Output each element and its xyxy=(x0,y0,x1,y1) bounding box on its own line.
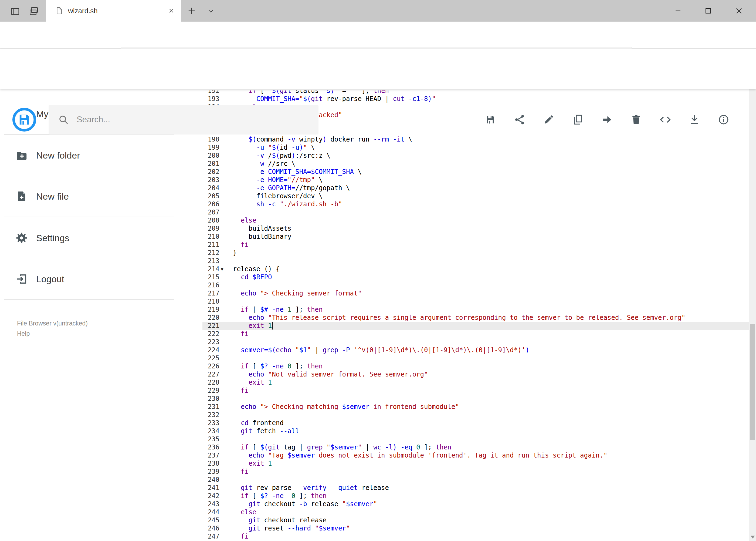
scroll-down-arrow[interactable] xyxy=(751,536,755,539)
code-line[interactable]: 231 echo "> Checking matching $semver in… xyxy=(202,403,749,411)
code-line[interactable]: 192 if [ "$(git status -s)" = "" ]; then xyxy=(202,91,749,95)
code-line[interactable]: 199 -u "$(id -u)" \ xyxy=(202,144,749,152)
sidebar-divider xyxy=(4,217,174,217)
code-text: exit 1 xyxy=(233,378,272,386)
code-text: fi xyxy=(233,386,249,395)
minimize-icon xyxy=(674,6,682,15)
code-line[interactable]: 219 if [ $# -ne 1 ]; then xyxy=(202,305,749,313)
window-close-button[interactable] xyxy=(727,0,751,22)
code-line[interactable]: 246 git reset --hard "$semver" xyxy=(202,524,749,532)
save-button[interactable] xyxy=(482,111,499,128)
code-line[interactable]: 224 semver=$(echo "$1" | grep -P '^v(0|[… xyxy=(202,346,749,354)
code-view-button[interactable] xyxy=(657,111,674,128)
code-line[interactable]: 241 git rev-parse --verify --quiet relea… xyxy=(202,484,749,492)
tabs-preview-button[interactable] xyxy=(28,5,40,17)
share-button[interactable] xyxy=(511,111,528,128)
sidebar-item-new-file[interactable]: New file xyxy=(0,185,189,208)
code-line[interactable]: 193 COMMIT_SHA="$(git rev-parse HEAD | c… xyxy=(202,95,749,103)
download-button[interactable] xyxy=(686,111,703,128)
code-text: cd frontend xyxy=(233,419,284,427)
fold-marker-icon[interactable]: ▾ xyxy=(221,265,227,273)
line-number: 240 xyxy=(202,476,219,484)
code-line[interactable]: 204 -e GOPATH=//tmp/gopath \ xyxy=(202,184,749,192)
code-line[interactable]: 229 fi xyxy=(202,386,749,395)
new-tab-button[interactable] xyxy=(187,6,196,16)
code-line[interactable]: 226 if [ $? -ne 0 ]; then xyxy=(202,362,749,370)
gear-icon xyxy=(15,232,28,244)
show-tab-previews-button[interactable] xyxy=(207,7,215,15)
code-line[interactable]: 230 xyxy=(202,395,749,403)
sidebar-item-logout[interactable]: Logout xyxy=(0,268,189,290)
page-icon xyxy=(55,7,63,15)
code-line[interactable]: 240 xyxy=(202,476,749,484)
code-line[interactable]: 242 if [ $? -ne 0 ]; then xyxy=(202,492,749,500)
code-line[interactable]: 223 xyxy=(202,338,749,346)
maximize-button[interactable] xyxy=(697,0,720,22)
code-line[interactable]: 239 fi xyxy=(202,467,749,476)
code-line[interactable]: 202 -e COMMIT_SHA=$COMMIT_SHA \ xyxy=(202,168,749,176)
code-line[interactable]: 206 sh -c "./wizard.sh -b" xyxy=(202,200,749,208)
code-line[interactable]: 245 git checkout release xyxy=(202,516,749,524)
code-line[interactable]: 238 exit 1 xyxy=(202,459,749,467)
code-line[interactable]: 211 fi xyxy=(202,241,749,249)
code-line[interactable]: 200 -v /$(pwd):/src:z \ xyxy=(202,152,749,160)
sidebar-item-label: New file xyxy=(36,191,69,202)
code-editor[interactable]: 192 if [ "$(git status -s)" = "" ]; then… xyxy=(202,91,749,541)
sidebar-item-new-folder[interactable]: New folder xyxy=(0,144,189,167)
search-box[interactable] xyxy=(49,105,319,135)
code-line[interactable]: 228 exit 1 xyxy=(202,378,749,386)
filebrowser-logo[interactable] xyxy=(12,107,37,132)
code-line[interactable]: 243 git checkout -b release "$semver" xyxy=(202,500,749,508)
code-text: else xyxy=(233,216,256,225)
scrollbar-thumb[interactable] xyxy=(750,324,755,440)
browser-tab[interactable]: wizard.sh xyxy=(46,0,181,22)
code-line[interactable]: 236 if [ $(git tag | grep "$semver" | wc… xyxy=(202,443,749,451)
pencil-icon xyxy=(543,114,554,125)
tab-close-button[interactable] xyxy=(168,7,175,14)
search-input[interactable] xyxy=(76,115,299,125)
vertical-scrollbar[interactable] xyxy=(749,49,756,541)
help-link[interactable]: Help xyxy=(17,330,30,337)
line-number: 236 xyxy=(202,443,219,451)
code-line[interactable]: 237 echo "Tag $semver does not exist in … xyxy=(202,451,749,459)
code-text: -v /$(pwd):/src:z \ xyxy=(233,152,330,160)
code-line[interactable]: 209 buildAssets xyxy=(202,225,749,233)
code-line[interactable]: 214▾release () { xyxy=(202,265,749,273)
code-line[interactable]: 216 xyxy=(202,281,749,289)
code-line[interactable]: 213 xyxy=(202,257,749,265)
sidebar-item-settings[interactable]: Settings xyxy=(0,227,189,249)
code-line[interactable]: 232 xyxy=(202,411,749,419)
code-line[interactable]: 212} xyxy=(202,249,749,257)
info-button[interactable] xyxy=(715,111,732,128)
minimize-button[interactable] xyxy=(666,0,690,22)
line-number: 220 xyxy=(202,313,219,322)
code-line[interactable]: 210 buildBinary xyxy=(202,233,749,241)
code-line[interactable]: 203 -e HOME="//tmp" \ xyxy=(202,176,749,184)
code-line[interactable]: 220 echo "This release script requires a… xyxy=(202,313,749,322)
code-line[interactable]: 218 xyxy=(202,297,749,305)
code-line[interactable]: 198 $(command -v winpty) docker run --rm… xyxy=(202,135,749,144)
code-line[interactable]: 201 -w //src \ xyxy=(202,160,749,168)
code-line[interactable]: 215 cd $REPO xyxy=(202,273,749,281)
code-line[interactable]: 205 filebrowser/dev \ xyxy=(202,192,749,200)
code-line[interactable]: 227 echo "Not valid semver format. See s… xyxy=(202,370,749,378)
rename-button[interactable] xyxy=(540,111,557,128)
code-line[interactable]: 244 else xyxy=(202,508,749,516)
code-line[interactable]: 247 fi xyxy=(202,532,749,540)
set-tabs-aside-button[interactable] xyxy=(9,5,21,17)
code-line[interactable]: 225 xyxy=(202,354,749,362)
delete-button[interactable] xyxy=(628,111,645,128)
code-line[interactable]: 221 exit 1 xyxy=(202,322,749,330)
copy-button[interactable] xyxy=(569,111,587,128)
code-line[interactable]: 217 echo "> Checking semver format" xyxy=(202,289,749,297)
code-line[interactable]: 208 else xyxy=(202,216,749,225)
code-line[interactable]: 235 xyxy=(202,435,749,443)
move-button[interactable] xyxy=(599,111,616,128)
code-text: fi xyxy=(233,532,249,540)
code-line[interactable]: 222 fi xyxy=(202,330,749,338)
code-line[interactable]: 234 git fetch --all xyxy=(202,427,749,435)
code-line[interactable]: 233 cd frontend xyxy=(202,419,749,427)
code-line[interactable]: 207 xyxy=(202,208,749,216)
info-icon xyxy=(718,114,729,125)
code-text: git checkout release xyxy=(233,516,327,524)
